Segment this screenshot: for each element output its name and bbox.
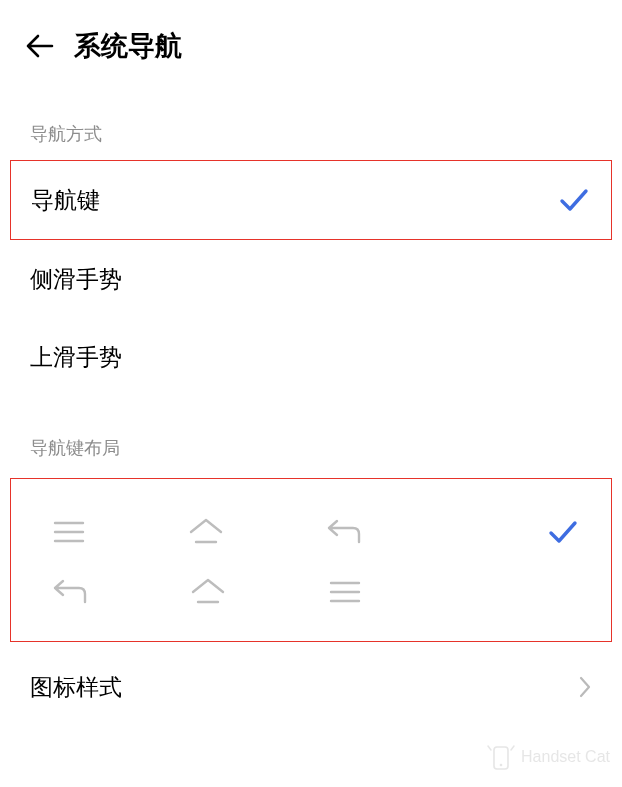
section-label-nav-layout: 导航键布局 (0, 436, 622, 460)
layout-option-2[interactable] (11, 563, 611, 621)
option-nav-keys[interactable]: 导航键 (11, 161, 611, 239)
back-icon (325, 517, 363, 547)
menu-icon (51, 517, 87, 547)
layout-option-1[interactable] (11, 501, 611, 563)
check-icon (541, 515, 585, 549)
link-label: 图标样式 (30, 672, 122, 703)
back-arrow-icon[interactable] (24, 30, 56, 62)
option-up-swipe[interactable]: 上滑手势 (0, 318, 622, 396)
chevron-right-icon (578, 675, 592, 699)
link-icon-style[interactable]: 图标样式 (0, 648, 622, 726)
watermark-text: Handset Cat (521, 748, 610, 766)
option-label: 导航键 (31, 185, 100, 216)
svg-point-9 (500, 764, 503, 767)
home-icon (187, 517, 225, 547)
option-label: 侧滑手势 (30, 264, 122, 295)
highlight-nav-keys: 导航键 (10, 160, 612, 240)
highlight-nav-layout (10, 478, 612, 642)
back-icon (51, 577, 89, 607)
check-icon (557, 183, 591, 217)
option-side-swipe[interactable]: 侧滑手势 (0, 240, 622, 318)
menu-icon (327, 577, 363, 607)
watermark: Handset Cat (487, 743, 610, 771)
section-label-nav-method: 导航方式 (0, 122, 622, 146)
page-title: 系统导航 (74, 28, 182, 64)
home-icon (189, 577, 227, 607)
option-label: 上滑手势 (30, 342, 122, 373)
